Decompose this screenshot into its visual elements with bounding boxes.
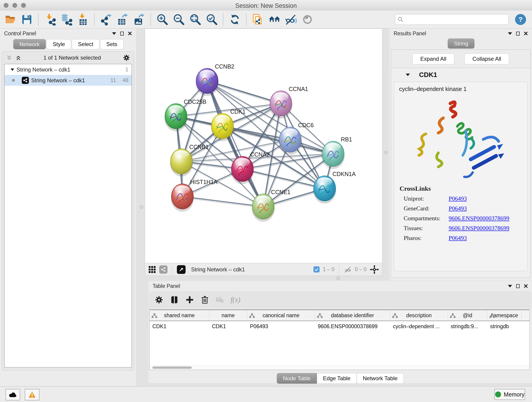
crosslink-value[interactable]: P06493 <box>449 205 467 212</box>
collapse-all-button[interactable]: Collapse All <box>464 53 509 64</box>
column-header-label: description <box>406 313 432 319</box>
panel-maximize-icon[interactable] <box>120 32 124 36</box>
zoom-fit-button[interactable] <box>188 12 202 27</box>
table-tab-edge-table[interactable]: Edge Table <box>317 373 357 384</box>
import-table-icon <box>77 13 89 26</box>
import-network-from-database-button[interactable] <box>59 12 74 27</box>
zoom-out-button[interactable] <box>172 12 186 27</box>
delete-table-icon <box>216 297 224 303</box>
export-network-icon <box>100 13 112 26</box>
results-tab-string[interactable]: String <box>448 38 475 49</box>
export-table-button[interactable] <box>115 12 130 27</box>
horizontal-splitter-handle[interactable] <box>336 277 340 280</box>
panel-close-icon[interactable] <box>128 32 132 36</box>
network-node-HIST1H1A[interactable]: HIST1H1A <box>171 179 218 211</box>
warning-icon <box>28 391 36 398</box>
gene-section-header[interactable]: CDK1 <box>391 68 530 81</box>
export-image-button[interactable] <box>132 12 146 27</box>
column-type-icon <box>392 313 398 318</box>
node-label: CCNB2 <box>215 63 234 70</box>
export-image-icon <box>133 13 145 26</box>
warnings-button[interactable] <box>25 389 39 400</box>
delete-column-trash-icon[interactable] <box>201 295 209 304</box>
apply-layout-button[interactable] <box>228 12 242 27</box>
import-network-from-file-button[interactable] <box>43 12 57 27</box>
panel-maximize-icon[interactable] <box>516 284 520 288</box>
glass-effect-button[interactable] <box>300 12 315 27</box>
table-tab-node-table[interactable]: Node Table <box>277 373 317 384</box>
save-session-button[interactable] <box>20 12 34 27</box>
help-button[interactable]: ? <box>515 14 526 25</box>
network-node-CDKN1A[interactable]: CDKN1A <box>313 171 356 204</box>
zoom-in-icon <box>156 13 168 26</box>
export-network-button[interactable] <box>99 12 113 27</box>
panel-float-icon[interactable] <box>112 32 116 35</box>
gene-description: cyclin–dependent kinase 1 <box>399 86 522 92</box>
glasses-slash-icon <box>285 13 297 26</box>
memory-button[interactable]: Memory <box>494 389 525 400</box>
open-session-button[interactable] <box>3 12 17 27</box>
pan-crosshair-icon[interactable] <box>370 265 379 274</box>
network-canvas[interactable]: CCNB2CCNA1CDC25BCDK1CDC6RB1CCNB1CCNA2CDK… <box>145 29 382 263</box>
network-row[interactable]: String Network – cdk1 11 48 <box>5 75 132 86</box>
section-collapse-icon[interactable] <box>406 74 410 76</box>
selected-nodes-checkbox[interactable] <box>313 266 320 273</box>
tab-sets[interactable]: Sets <box>100 39 123 49</box>
network-node-RB1[interactable]: RB1 <box>322 136 352 169</box>
collection-name: String Network – cdk1 <box>17 66 70 73</box>
copy-style-button[interactable] <box>251 12 265 27</box>
table-options-gear-icon[interactable] <box>155 296 163 304</box>
cloud-button[interactable] <box>6 389 20 400</box>
network-node-CCNA1[interactable]: CCNA1 <box>269 86 308 119</box>
column-header--id[interactable]: @id <box>448 310 487 321</box>
column-header-namespace[interactable]: namespace <box>487 310 522 321</box>
crosslink-value[interactable]: P06493 <box>449 235 467 242</box>
tab-style[interactable]: Style <box>46 39 71 49</box>
show-columns-icon[interactable] <box>170 295 179 304</box>
node-table[interactable]: shared namenamecanonical namedatabase id… <box>149 309 530 370</box>
panel-float-icon[interactable] <box>508 32 512 35</box>
selected-node-edge-counts: 1 – 0 <box>323 266 335 273</box>
network-overview-icon[interactable] <box>159 265 167 274</box>
panel-float-icon[interactable] <box>508 285 512 287</box>
create-column-plus-icon[interactable] <box>186 296 194 304</box>
panel-close-icon[interactable] <box>524 284 528 288</box>
network-node-CCNB2[interactable]: CCNB2 <box>196 63 234 96</box>
network-options-gear-icon[interactable] <box>123 54 130 61</box>
network-collection-row[interactable]: String Network – cdk1 1 <box>5 64 132 75</box>
hide-labels-button[interactable] <box>284 12 298 27</box>
column-header-database-identifier[interactable]: database identifier <box>315 310 390 321</box>
birds-eye-view-icon[interactable] <box>148 266 156 274</box>
column-header-description[interactable]: description <box>390 310 448 321</box>
zoom-in-button[interactable] <box>155 12 169 27</box>
column-header-name[interactable]: name <box>209 310 247 321</box>
zoom-selected-button[interactable] <box>205 12 219 27</box>
table-tab-network-table[interactable]: Network Table <box>357 373 404 384</box>
panel-close-icon[interactable] <box>524 32 528 36</box>
left-splitter-handle[interactable] <box>140 205 143 209</box>
detach-view-icon[interactable] <box>177 265 186 274</box>
right-splitter-handle[interactable] <box>384 151 387 154</box>
search-input[interactable] <box>405 15 506 24</box>
collapse-all-icon[interactable] <box>6 55 12 61</box>
string-home-button[interactable] <box>267 12 282 27</box>
crosslink-value[interactable]: 9606.ENSP00000378699 <box>449 215 509 222</box>
crosslink-value[interactable]: P06493 <box>449 195 467 202</box>
table-horizontal-scrollbar[interactable] <box>150 366 530 370</box>
expand-all-button[interactable]: Expand All <box>412 53 454 64</box>
memory-status-dot <box>495 391 501 397</box>
import-table-from-file-button[interactable] <box>76 12 90 27</box>
crosslink-value[interactable]: 9606.ENSP00000378699 <box>449 225 509 232</box>
collection-expand-icon[interactable] <box>11 69 14 71</box>
expand-all-icon[interactable] <box>15 55 21 61</box>
scrollbar-thumb[interactable] <box>152 366 192 369</box>
tab-select[interactable]: Select <box>72 39 99 49</box>
panel-maximize-icon[interactable] <box>516 32 520 36</box>
tab-network[interactable]: Network <box>13 39 46 49</box>
table-row[interactable]: CDK1CDK1P064939606.ENSP00000378699cyclin… <box>150 321 530 332</box>
network-edge[interactable] <box>182 196 263 206</box>
eye-icon <box>302 13 313 26</box>
gene-name: CDK1 <box>419 71 437 79</box>
column-header-shared-name[interactable]: shared name <box>150 310 209 321</box>
column-header-canonical-name[interactable]: canonical name <box>247 310 315 321</box>
